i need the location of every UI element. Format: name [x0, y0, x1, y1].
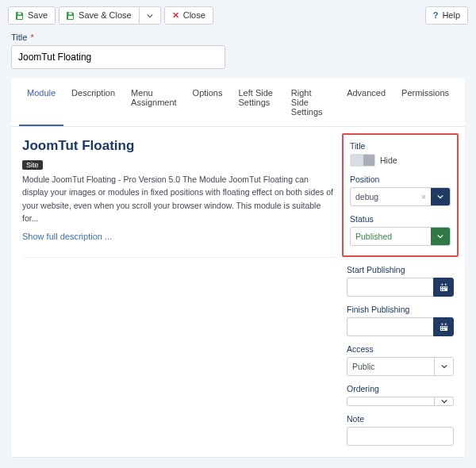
tab-left-side-settings[interactable]: Left Side Settings: [231, 79, 283, 126]
toggle-knob: [363, 155, 374, 166]
save-icon: [67, 12, 75, 20]
module-heading: JoomTut Floating: [22, 138, 336, 154]
ordering-value: [347, 397, 434, 405]
field-title-visibility: Title Hide: [350, 141, 451, 167]
tab-options[interactable]: Options: [185, 79, 231, 126]
svg-rect-19: [445, 326, 446, 327]
svg-rect-12: [443, 289, 443, 290]
access-dropdown-button[interactable]: [434, 358, 453, 375]
status-value: Published: [351, 228, 431, 245]
field-ordering: Ordering: [347, 384, 454, 406]
note-label: Note: [347, 414, 454, 424]
chevron-down-icon: [441, 398, 447, 405]
svg-rect-8: [441, 286, 442, 287]
svg-rect-11: [441, 289, 442, 290]
access-value: Public: [347, 358, 434, 375]
close-icon: ✕: [172, 11, 179, 20]
field-note: Note: [347, 414, 454, 446]
clear-icon[interactable]: ×: [421, 193, 426, 201]
field-access: Access Public: [347, 344, 454, 376]
svg-rect-10: [445, 286, 446, 287]
save-close-button[interactable]: Save & Close: [59, 6, 140, 25]
position-select[interactable]: debug ×: [350, 187, 451, 206]
position-label: Position: [350, 175, 451, 184]
position-dropdown-button[interactable]: [431, 188, 450, 205]
tab-module[interactable]: Module: [19, 79, 63, 126]
start-publishing-calendar-button[interactable]: [433, 278, 454, 297]
title-visibility-label: Title: [350, 141, 451, 151]
title-toggle[interactable]: [350, 154, 375, 167]
ordering-dropdown-button[interactable]: [434, 397, 453, 405]
title-toggle-wrap: Hide: [350, 154, 451, 167]
finish-publishing-label: Finish Publishing: [347, 305, 454, 314]
ordering-label: Ordering: [347, 384, 454, 393]
svg-rect-15: [441, 323, 442, 324]
svg-rect-7: [445, 283, 446, 285]
save-icon: [16, 12, 24, 20]
ordering-select[interactable]: [347, 397, 454, 406]
tab-advanced[interactable]: Advanced: [339, 79, 393, 126]
calendar-icon: [440, 283, 448, 292]
calendar-icon: [440, 323, 448, 332]
tab-menu-assignment[interactable]: Menu Assignment: [123, 79, 184, 126]
site-badge: Site: [22, 160, 43, 170]
start-publishing-label: Start Publishing: [347, 265, 454, 274]
svg-rect-0: [17, 16, 22, 19]
svg-rect-16: [445, 323, 446, 324]
save-button[interactable]: Save: [8, 6, 56, 25]
toolbar: Save Save & Close ✕ Close ? Help: [0, 0, 476, 29]
save-label: Save: [28, 11, 48, 20]
tab-description[interactable]: Description: [63, 79, 123, 126]
close-button[interactable]: ✕ Close: [164, 6, 213, 25]
finish-publishing-input[interactable]: [347, 317, 433, 336]
start-publishing-input[interactable]: [347, 278, 433, 297]
svg-rect-5: [440, 284, 447, 286]
field-finish-publishing: Finish Publishing: [347, 305, 454, 336]
svg-rect-1: [18, 12, 21, 14]
svg-rect-18: [443, 326, 443, 327]
save-close-group: Save & Close: [59, 6, 161, 25]
divider: [22, 257, 336, 258]
position-value: debug ×: [351, 188, 431, 205]
title-toggle-text: Hide: [380, 155, 397, 165]
show-full-description-link[interactable]: Show full description ...: [22, 232, 112, 241]
module-description: Module JoomTut Floating - Pro Version 5.…: [22, 173, 336, 224]
tab-permissions[interactable]: Permissions: [393, 79, 457, 126]
title-input[interactable]: [11, 45, 225, 69]
help-label: Help: [442, 11, 460, 20]
tab-right-side-settings[interactable]: Right Side Settings: [283, 79, 339, 126]
tabs: Module Description Menu Assignment Optio…: [11, 79, 465, 127]
svg-rect-14: [440, 324, 447, 325]
title-label: Title *: [11, 33, 465, 42]
field-status: Status Published: [350, 214, 451, 246]
status-dropdown-button[interactable]: [431, 228, 450, 245]
status-select[interactable]: Published: [350, 227, 451, 246]
content-main: JoomTut Floating Site Module JoomTut Flo…: [22, 138, 336, 446]
field-position: Position debug ×: [350, 175, 451, 206]
save-close-dropdown[interactable]: [140, 6, 161, 25]
chevron-down-icon: [437, 194, 443, 200]
title-area: Title *: [0, 29, 476, 79]
svg-rect-3: [69, 12, 72, 14]
svg-rect-9: [443, 286, 443, 287]
chevron-down-icon: [147, 13, 153, 19]
content: JoomTut Floating Site Module JoomTut Flo…: [11, 127, 465, 457]
chevron-down-icon: [441, 363, 447, 370]
close-label: Close: [183, 11, 205, 20]
access-label: Access: [347, 344, 454, 354]
svg-rect-20: [441, 328, 442, 329]
status-label: Status: [350, 214, 451, 224]
note-input[interactable]: [347, 427, 454, 446]
save-close-label: Save & Close: [79, 11, 132, 20]
module-card: Module Description Menu Assignment Optio…: [11, 79, 465, 457]
field-start-publishing: Start Publishing: [347, 265, 454, 297]
svg-rect-17: [441, 326, 442, 327]
content-sidebar: Title Hide Position deb: [347, 138, 454, 446]
access-select[interactable]: Public: [347, 357, 454, 376]
svg-rect-21: [443, 328, 443, 329]
help-icon: ?: [433, 11, 439, 20]
finish-publishing-calendar-button[interactable]: [433, 317, 454, 336]
svg-rect-2: [68, 16, 73, 19]
chevron-down-icon: [437, 233, 443, 240]
help-button[interactable]: ? Help: [425, 6, 468, 25]
